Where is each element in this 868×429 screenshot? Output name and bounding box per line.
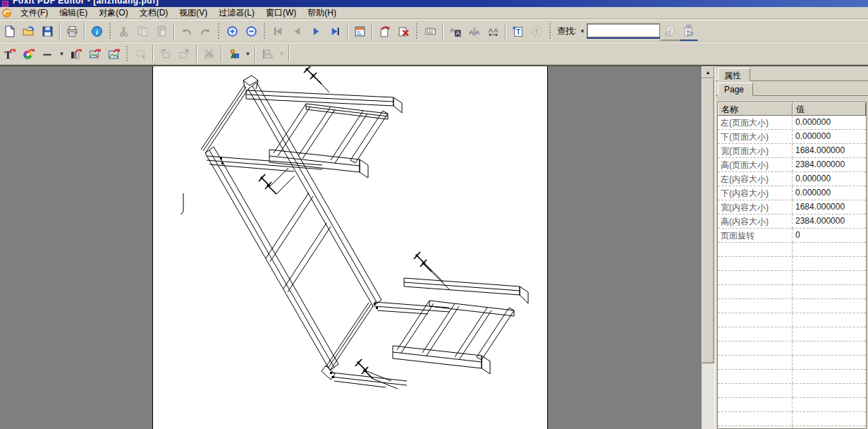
pdf-page[interactable] [152, 66, 548, 429]
property-row[interactable] [718, 398, 866, 412]
drawing-path [306, 107, 388, 116]
font-width-button[interactable]: AA [465, 22, 484, 40]
scrollbar-thumb[interactable] [702, 78, 714, 363]
property-row[interactable] [718, 356, 866, 370]
tab-properties[interactable]: 属性 [718, 68, 750, 81]
delete-page-button[interactable] [394, 22, 413, 40]
property-row[interactable] [718, 426, 866, 429]
property-row[interactable]: 宽(内容大小)1684.000000 [718, 200, 866, 214]
junction-marker [374, 303, 376, 305]
rotate-page-button[interactable] [375, 22, 394, 40]
font-spacing-button[interactable]: AA [484, 22, 503, 40]
insert-shape-options-arrow[interactable]: ▼ [243, 44, 252, 63]
property-row[interactable]: 宽(页面大小)1684.000000 [718, 144, 866, 158]
add-text-button[interactable]: T [508, 22, 527, 40]
toolbar-drag-handle[interactable] [109, 23, 112, 40]
edit-text-button[interactable]: T [0, 44, 19, 63]
property-row[interactable]: 左(页面大小)0.000000 [718, 116, 866, 130]
toolbar-drag-handle[interactable] [549, 23, 552, 40]
insert-shape-button[interactable] [224, 44, 243, 63]
svg-text:A: A [489, 26, 494, 34]
property-row[interactable]: 高(页面大小)2384.000000 [718, 158, 866, 172]
grid-header-value[interactable]: 值 [793, 102, 866, 116]
scroll-up-button[interactable]: ▲ [702, 66, 714, 78]
next-page-button[interactable] [307, 22, 326, 40]
property-row[interactable] [718, 370, 866, 384]
property-row[interactable] [718, 257, 866, 271]
drawing-path [393, 352, 482, 362]
property-value [793, 327, 866, 341]
print-button[interactable] [63, 22, 82, 40]
screw-head-dot [267, 184, 269, 186]
document-info-button[interactable]: i [87, 22, 106, 40]
prev-page-icon [291, 25, 303, 37]
toolbar-drag-handle[interactable] [263, 23, 267, 40]
menu-文档[interactable]: 文档(D) [134, 7, 174, 18]
property-row[interactable] [718, 271, 866, 285]
find-history-arrow[interactable]: ▼ [577, 22, 587, 40]
toolbar-drag-handle[interactable] [126, 45, 129, 62]
open-document-button[interactable] [19, 22, 38, 40]
vertical-scrollbar-track[interactable]: ▲ [702, 66, 714, 429]
property-row[interactable]: 页面旋转0 [718, 229, 866, 243]
virtual-keyboard-button[interactable] [421, 22, 440, 40]
property-row[interactable] [718, 412, 866, 426]
last-page-button[interactable] [326, 22, 345, 40]
edit-color-button[interactable] [19, 44, 38, 63]
property-name: 高(页面大小) [718, 158, 793, 171]
fill-style-button[interactable] [66, 44, 85, 63]
menu-文件[interactable]: 文件(F) [15, 7, 54, 18]
undo-button [177, 22, 196, 40]
properties-grid: 名称 值 左(页面大小)0.000000下(页面大小)0.000000宽(页面大… [717, 102, 867, 429]
tab-page[interactable]: Page [718, 83, 753, 96]
property-value: 0.000000 [793, 172, 866, 186]
toolbar-drag-handle[interactable] [217, 23, 221, 40]
menu-过滤器[interactable]: 过滤器(L) [213, 7, 260, 18]
zoom-out-button[interactable] [242, 22, 261, 40]
line-style-button[interactable] [38, 44, 57, 63]
page-thumbnails-button[interactable] [350, 22, 369, 40]
screw-head-dot [415, 254, 417, 256]
property-value [793, 356, 866, 369]
property-row[interactable] [718, 327, 866, 342]
property-row[interactable] [718, 313, 866, 327]
property-row[interactable]: 下(页面大小)0.000000 [718, 130, 866, 144]
find-next-button[interactable]: 010 [679, 21, 698, 41]
app-icon [2, 1, 8, 7]
grid-header-name[interactable]: 名称 [718, 102, 793, 116]
drawing-path [266, 193, 313, 262]
screw-head-dot [305, 68, 307, 70]
property-row[interactable]: 左(内容大小)0.000000 [718, 172, 866, 186]
zoom-in-button[interactable] [223, 22, 242, 40]
property-row[interactable] [718, 285, 866, 299]
replace-image-button[interactable] [104, 44, 123, 63]
property-name: 下(内容大小) [718, 186, 793, 200]
property-row[interactable]: 下(内容大小)0.000000 [718, 186, 866, 200]
drawing-path [252, 86, 377, 303]
property-value: 1684.000000 [793, 144, 866, 157]
property-row[interactable]: 高(内容大小)2384.000000 [718, 214, 866, 229]
property-row[interactable] [718, 243, 866, 257]
add-text-icon: T [512, 25, 524, 37]
document-menu-icon[interactable] [1, 8, 12, 18]
find-input[interactable] [587, 23, 660, 37]
toolbar-separator [442, 23, 444, 40]
new-document-button[interactable] [0, 22, 19, 40]
menu-窗口[interactable]: 窗口(W) [260, 7, 302, 18]
document-view[interactable] [0, 66, 702, 429]
property-row[interactable] [718, 384, 866, 398]
font-embed-button[interactable]: AA [446, 22, 465, 40]
toolbar-drag-handle[interactable] [415, 23, 419, 40]
menu-视图[interactable]: 视图(V) [173, 7, 213, 18]
save-document-button[interactable] [38, 22, 57, 40]
line-style-options-arrow[interactable]: ▼ [57, 44, 66, 63]
menu-帮助[interactable]: 帮助(H) [302, 7, 342, 18]
property-row[interactable] [718, 299, 866, 313]
menu-编辑[interactable]: 编辑(E) [54, 7, 93, 18]
menu-对象[interactable]: 对象(O) [93, 7, 133, 18]
edit-text-icon: T [4, 48, 16, 60]
save-icon [42, 25, 54, 37]
rotate-page-icon [379, 25, 391, 37]
property-row[interactable] [718, 342, 866, 356]
edit-image-button[interactable] [85, 44, 104, 63]
